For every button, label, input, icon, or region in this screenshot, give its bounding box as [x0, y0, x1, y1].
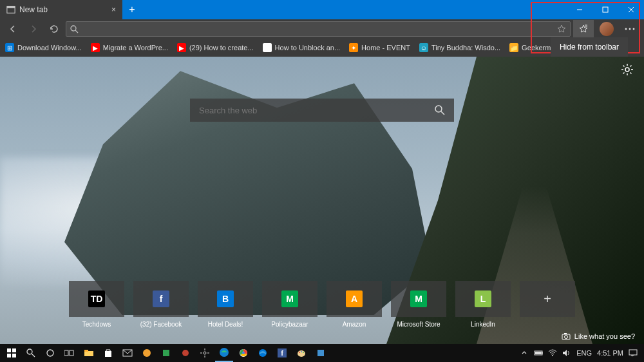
battery-icon[interactable]: [534, 348, 543, 357]
like-what-you-see[interactable]: Like what you see?: [562, 332, 635, 340]
wifi-icon[interactable]: [548, 348, 557, 357]
svg-line-32: [32, 354, 35, 357]
svg-line-7: [75, 30, 78, 33]
language-indicator[interactable]: ENG: [576, 349, 592, 357]
bookmark-item[interactable]: ⊞Download Window...: [5, 43, 82, 52]
bookmark-item[interactable]: ✦Home - EVENT: [349, 43, 410, 52]
quick-link-tile[interactable]: BHotel Deals!: [198, 281, 253, 328]
app-icon-4[interactable]: [312, 344, 330, 362]
tab-favicon-icon: [6, 5, 15, 14]
svg-point-43: [204, 352, 206, 354]
store-icon[interactable]: [99, 344, 117, 362]
minimize-button[interactable]: [567, 0, 592, 19]
new-tab-page: TDTechdowsf(32) FacebookBHotel Deals!MPo…: [0, 57, 644, 344]
bookmark-favicon-icon: 📁: [509, 43, 518, 52]
quick-link-tile[interactable]: MPolicybazaar: [262, 281, 317, 328]
tile-label: Policybazaar: [271, 321, 308, 328]
tile-box: f: [133, 281, 189, 317]
svg-rect-38: [105, 351, 111, 357]
action-center-icon[interactable]: [629, 348, 638, 357]
bookmark-label: Tiny Buddha: Wisdo...: [431, 44, 500, 52]
app-icon-1[interactable]: [138, 344, 156, 362]
bookmark-label: (29) How to create...: [189, 44, 254, 52]
context-menu-item[interactable]: Hide from toolbar: [560, 43, 619, 52]
facebook-icon[interactable]: f: [273, 344, 291, 362]
svg-point-6: [71, 26, 76, 31]
address-bar[interactable]: [66, 21, 571, 37]
clock[interactable]: 4:51 PM: [597, 349, 623, 357]
svg-point-33: [47, 350, 53, 356]
like-label: Like what you see?: [574, 332, 635, 340]
task-view-button[interactable]: [61, 344, 79, 362]
search-taskbar-button[interactable]: [22, 344, 40, 362]
system-tray: ENG 4:51 PM: [520, 348, 641, 357]
svg-point-55: [299, 352, 300, 353]
bookmark-item[interactable]: ☺Tiny Buddha: Wisdo...: [419, 43, 500, 52]
favorites-button[interactable]: [573, 20, 594, 38]
quick-link-tile[interactable]: f(32) Facebook: [133, 281, 189, 328]
app-icon-3[interactable]: [176, 344, 194, 362]
edge-canary-icon[interactable]: [215, 344, 233, 362]
svg-point-31: [27, 349, 32, 354]
tray-chevron-icon[interactable]: [520, 348, 529, 357]
tile-logo-icon: TD: [88, 291, 105, 307]
quick-links-tiles: TDTechdowsf(32) FacebookBHotel Deals!MPo…: [69, 281, 575, 328]
close-window-button[interactable]: [618, 0, 644, 19]
tile-box: M: [391, 281, 446, 317]
search-submit-icon[interactable]: [435, 105, 445, 115]
web-search-input[interactable]: [199, 106, 435, 115]
svg-line-19: [630, 73, 632, 74]
web-search-box[interactable]: [190, 99, 454, 122]
mail-icon[interactable]: [118, 344, 137, 362]
refresh-button[interactable]: [45, 20, 63, 38]
edge-icon[interactable]: [254, 344, 272, 362]
volume-icon[interactable]: [562, 348, 571, 357]
svg-point-40: [143, 349, 151, 357]
maximize-button[interactable]: [592, 0, 618, 19]
context-menu: Hide from toolbar: [551, 37, 628, 57]
settings-menu-button[interactable]: [620, 20, 640, 38]
bookmark-favicon-icon: ▶: [91, 43, 100, 52]
tab-close-button[interactable]: ×: [111, 5, 116, 14]
svg-point-11: [629, 28, 631, 30]
quick-link-tile[interactable]: MMicrosoft Store: [391, 281, 446, 328]
tile-logo-icon: f: [153, 291, 169, 307]
settings-taskbar-icon[interactable]: [196, 344, 214, 362]
tile-box: B: [198, 281, 253, 317]
quick-link-tile[interactable]: LLinkedIn: [455, 281, 511, 328]
profile-avatar[interactable]: [596, 20, 617, 38]
svg-rect-3: [603, 7, 608, 12]
cortana-button[interactable]: [41, 344, 59, 362]
forward-button[interactable]: [24, 20, 43, 38]
bookmark-favicon-icon: ☺: [419, 43, 428, 52]
bookmark-item[interactable]: 🗎How to Unblock an...: [263, 43, 341, 52]
browser-tab[interactable]: New tab ×: [0, 0, 122, 19]
back-button[interactable]: [4, 20, 22, 38]
start-button[interactable]: [3, 344, 21, 362]
svg-rect-28: [12, 348, 16, 352]
quick-link-tile[interactable]: TDTechdows: [69, 281, 124, 328]
bookmark-item[interactable]: ▶Migrate a WordPre...: [91, 43, 168, 52]
file-explorer-icon[interactable]: [80, 344, 98, 362]
tile-logo-icon: A: [346, 291, 363, 307]
search-icon: [70, 25, 79, 33]
svg-text:f: f: [281, 349, 283, 357]
svg-rect-35: [70, 350, 73, 356]
add-tile-button[interactable]: +: [520, 281, 575, 328]
bookmark-item[interactable]: ▶(29) How to create...: [177, 43, 254, 52]
app-icon-2[interactable]: [157, 344, 175, 362]
tile-label: LinkedIn: [471, 321, 495, 328]
paint-icon[interactable]: [292, 344, 310, 362]
tab-title: New tab: [19, 5, 48, 14]
tile-box: A: [327, 281, 382, 317]
tile-label: Microsoft Store: [397, 321, 440, 328]
address-input[interactable]: [82, 24, 553, 33]
favorite-star-icon[interactable]: [557, 24, 566, 33]
tile-box: M: [262, 281, 317, 317]
svg-point-62: [552, 355, 553, 356]
page-settings-button[interactable]: [621, 63, 634, 76]
new-tab-button[interactable]: +: [122, 0, 142, 19]
chrome-icon[interactable]: [234, 344, 252, 362]
quick-link-tile[interactable]: AAmazon: [327, 281, 382, 328]
svg-rect-60: [542, 352, 543, 354]
